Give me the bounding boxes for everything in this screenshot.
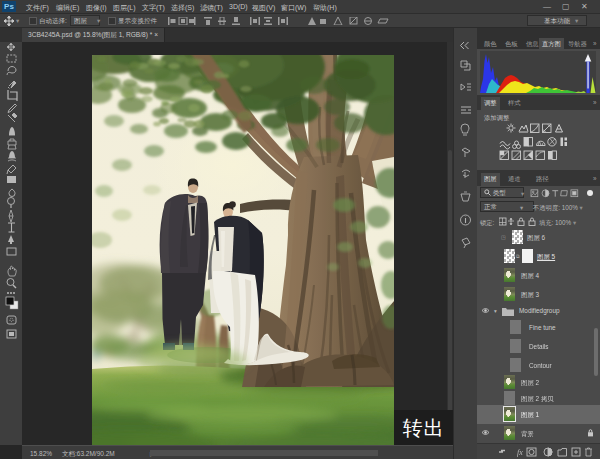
svg-text:fx: fx	[517, 448, 523, 457]
